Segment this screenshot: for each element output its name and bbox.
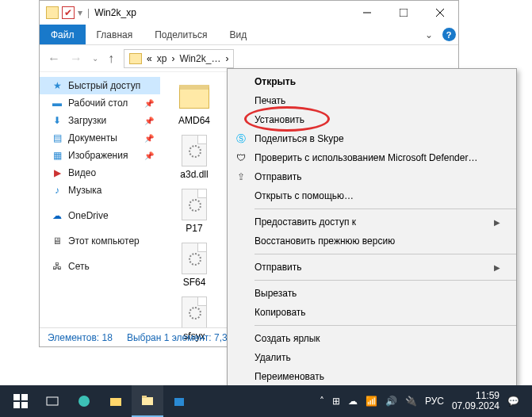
chevron-right-icon: › [171, 53, 174, 64]
tray-clock[interactable]: 11:59 07.09.2024 [452, 391, 499, 411]
sidebar-quick-access[interactable]: ★Быстрый доступ [40, 77, 160, 94]
sidebar-onedrive[interactable]: ☁OneDrive [40, 207, 160, 224]
tray-chevron-icon[interactable]: ˄ [320, 396, 324, 407]
crumb-root: « [147, 53, 152, 64]
pin-icon: 📌 [144, 134, 154, 143]
tray-notifications-icon[interactable]: 💬 [507, 396, 519, 407]
file-item[interactable]: SF64 [163, 239, 225, 291]
help-button[interactable]: ? [439, 25, 458, 44]
taskbar-app-explorer[interactable] [132, 385, 163, 417]
svg-rect-5 [21, 394, 28, 400]
file-name: P17 [186, 223, 202, 234]
ctx-grant-access[interactable]: Предоставить доступ к▶ [228, 212, 516, 231]
taskbar-app-store[interactable] [163, 385, 195, 417]
tray-volume-icon[interactable]: 🔊 [385, 396, 397, 407]
download-icon: ⬇ [51, 115, 63, 126]
status-selection: Выбран 1 элемент: 7,3 [127, 332, 228, 343]
sidebar-label: Рабочий стол [68, 98, 128, 109]
ctx-copy[interactable]: Копировать [228, 303, 516, 322]
recent-chevron-icon[interactable]: ⌄ [92, 54, 98, 63]
ctx-open[interactable]: Открыть [228, 72, 516, 91]
share-icon: ⇪ [234, 171, 248, 182]
taskbar-app-edge[interactable] [68, 385, 100, 417]
minimize-button[interactable] [349, 1, 385, 25]
folder-icon [179, 85, 209, 109]
sidebar-label: OneDrive [68, 210, 109, 221]
tray-onedrive-icon[interactable]: ☁ [348, 396, 358, 407]
ctx-create-shortcut[interactable]: Создать ярлык [228, 329, 516, 348]
checkbox-icon: ✔ [62, 6, 75, 19]
svg-rect-11 [142, 397, 153, 405]
file-item[interactable]: AMD64 [163, 77, 225, 129]
tray-date: 07.09.2024 [452, 401, 499, 411]
svg-rect-8 [47, 397, 58, 405]
file-item[interactable]: a3d.dll [163, 131, 225, 183]
sidebar-music[interactable]: ♪Музыка [40, 182, 160, 199]
tray-language[interactable]: РУС [425, 396, 444, 407]
shield-icon: 🛡 [234, 152, 248, 163]
pin-icon: 📌 [144, 99, 154, 108]
file-icon [182, 296, 207, 328]
maximize-button[interactable] [385, 1, 422, 25]
sidebar-network[interactable]: 🖧Сеть [40, 258, 160, 275]
crumb[interactable]: Win2k_… [179, 53, 220, 64]
ctx-share[interactable]: ⇪Отправить [228, 167, 516, 186]
file-name: AMD64 [178, 115, 210, 126]
context-menu: Открыть Печать Установить ⓈПоделиться в … [227, 68, 517, 416]
ctx-delete[interactable]: Удалить [228, 348, 516, 367]
tab-home[interactable]: Главная [86, 25, 144, 44]
tray-wifi-icon[interactable]: 📶 [366, 396, 377, 407]
sidebar-pictures[interactable]: ▦Изображения📌 [40, 147, 160, 164]
file-item[interactable]: P17 [163, 185, 225, 237]
back-button[interactable]: ← [48, 52, 60, 66]
chevron-right-icon: ▶ [494, 263, 500, 272]
sidebar-label: Сеть [68, 261, 90, 272]
ctx-rename[interactable]: Переименовать [228, 367, 516, 386]
close-button[interactable] [422, 1, 458, 25]
title-separator: | [87, 7, 90, 18]
tray-power-icon[interactable]: 🔌 [405, 396, 417, 407]
up-button[interactable]: ↑ [108, 52, 114, 66]
ribbon-chevron-icon[interactable]: ⌄ [419, 25, 439, 44]
picture-icon: ▦ [51, 150, 63, 161]
ctx-print[interactable]: Печать [228, 91, 516, 110]
svg-rect-12 [142, 396, 147, 398]
folder-icon [129, 53, 142, 64]
ctx-cut[interactable]: Вырезать [228, 284, 516, 303]
start-button[interactable] [5, 385, 36, 417]
forward-button[interactable]: → [70, 52, 82, 66]
tab-view[interactable]: Вид [218, 25, 258, 44]
sidebar-videos[interactable]: ▶Видео [40, 164, 160, 182]
sidebar-this-pc[interactable]: 🖥Этот компьютер [40, 232, 160, 250]
tray-network-icon[interactable]: ⊞ [332, 396, 340, 407]
taskbar-app-folder[interactable] [100, 385, 132, 417]
address-bar[interactable]: « xp › Win2k_… › [124, 49, 234, 68]
sidebar-desktop[interactable]: ▬Рабочий стол📌 [40, 94, 160, 112]
taskbar: ˄ ⊞ ☁ 📶 🔊 🔌 РУС 11:59 07.09.2024 💬 [0, 385, 532, 417]
tab-file[interactable]: Файл [40, 25, 86, 44]
svg-rect-13 [174, 398, 184, 406]
ctx-restore-version[interactable]: Восстановить прежнюю версию [228, 231, 516, 251]
svg-rect-7 [21, 402, 28, 408]
ctx-scan-defender[interactable]: 🛡Проверить с использованием Microsoft De… [228, 148, 516, 167]
ctx-install[interactable]: Установить [228, 110, 516, 129]
ctx-send-to[interactable]: Отправить▶ [228, 258, 516, 277]
sidebar-documents[interactable]: ▤Документы📌 [40, 129, 160, 147]
sidebar-label: Быстрый доступ [68, 80, 140, 91]
svg-rect-4 [13, 394, 20, 400]
file-icon [182, 243, 207, 274]
tab-share[interactable]: Поделиться [144, 25, 218, 44]
document-icon: ▤ [51, 132, 63, 143]
sidebar-downloads[interactable]: ⬇Загрузки📌 [40, 112, 160, 129]
ctx-open-with[interactable]: Открыть с помощью… [228, 186, 516, 205]
ctx-share-skype[interactable]: ⓈПоделиться в Skype [228, 129, 516, 148]
svg-rect-6 [13, 402, 20, 408]
crumb[interactable]: xp [157, 53, 167, 64]
file-name: a3d.dll [180, 169, 208, 180]
sidebar-label: Изображения [68, 150, 128, 161]
svg-rect-10 [110, 398, 121, 406]
taskview-button[interactable] [36, 385, 68, 417]
overflow-icon[interactable]: ▾ [78, 7, 82, 18]
titlebar[interactable]: ✔ ▾ | Win2k_xp [40, 1, 458, 25]
star-icon: ★ [51, 80, 63, 91]
